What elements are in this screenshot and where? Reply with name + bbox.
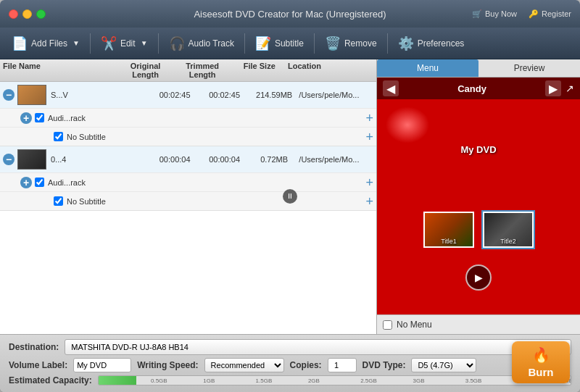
preview-panel: Menu Preview ◀ Candy ▶ ↗ My DVD [377,59,580,334]
preview-next-button[interactable]: ▶ [545,80,561,96]
capacity-fill [99,376,136,385]
burn-icon: 🔥 [532,346,550,364]
file-list-panel: File Name Original Length Trimmed Length… [0,59,377,334]
preview-title-text: Candy [457,83,486,94]
burn-button-area: 🔥 Burn [512,341,570,383]
title1-thumbnail[interactable]: Title1 [423,212,474,248]
title1-label: Title1 [425,238,473,245]
preview-share-button[interactable]: ↗ [566,83,574,94]
preview-thumbnails: Title1 Title2 [377,212,580,248]
capacity-bar: 0.5GB 1GB 1.5GB 2GB 2.5GB 3GB 3.5GB 4GB … [98,375,571,385]
burn-button[interactable]: 🔥 Burn [512,341,570,383]
file-rows: − ⏸ S...V 00:02:45 00:02:45 214.59MB /Us… [0,82,376,334]
preview-title-bar: ◀ Candy ▶ ↗ [377,78,580,99]
pause-overlay-1: ⏸ [17,85,46,105]
title2-thumbnail[interactable]: Title2 [483,212,534,248]
preview-content: ◀ Candy ▶ ↗ My DVD Title1 Title2 [377,78,580,314]
preview-prev-button[interactable]: ◀ [383,80,399,96]
table-row: − ⏸ S...V 00:02:45 00:02:45 214.59MB /Us… [0,82,376,146]
dvd-label: My DVD [460,144,496,155]
file-thumbnail-1: ⏸ [17,85,46,105]
main-area: File Name Original Length Trimmed Length… [0,59,580,334]
file-row-main-1: − ⏸ S...V 00:02:45 00:02:45 214.59MB /Us… [0,82,376,108]
burn-label: Burn [529,366,554,378]
preview-play-button[interactable]: ▶ [465,264,492,291]
title2-label: Title2 [484,238,532,245]
